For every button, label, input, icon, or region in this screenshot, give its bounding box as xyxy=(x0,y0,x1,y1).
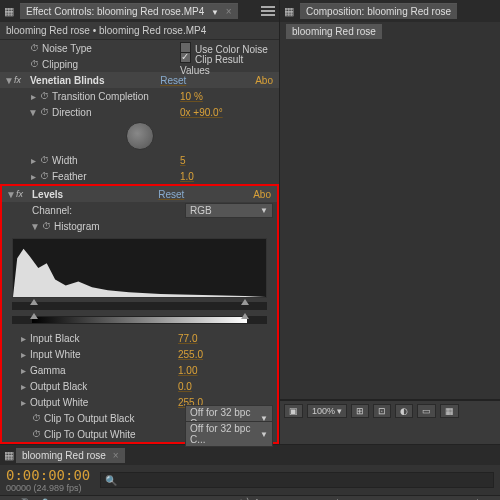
layer-search-input[interactable]: 🔍 xyxy=(100,472,494,488)
transparency-button[interactable]: ▦ xyxy=(440,404,459,418)
grid-button[interactable]: ⊡ xyxy=(373,404,391,418)
direction-dial[interactable] xyxy=(126,122,154,150)
input-white-row: ▸Input White255.0 xyxy=(2,346,277,362)
stopwatch-icon[interactable]: ⏱ xyxy=(40,221,52,231)
twirl-icon[interactable]: ▸ xyxy=(18,333,28,344)
direction-value[interactable]: 0x +90.0° xyxy=(180,107,275,118)
histogram-input-slider[interactable] xyxy=(12,302,267,310)
panel-menu-icon[interactable] xyxy=(261,6,275,16)
about-link[interactable]: Abo xyxy=(255,75,275,86)
stopwatch-icon[interactable]: ⏱ xyxy=(38,107,50,117)
timeline-columns-header: ● 🔊 ○ 🔒 # Source Name ⬩✱╲fx▣◐◑◒ Mode T T… xyxy=(0,495,500,500)
zoom-dropdown[interactable]: 100%▾ xyxy=(307,404,347,418)
panel-grip-icon[interactable]: ▦ xyxy=(284,5,296,17)
venetian-blinds-header[interactable]: ▼ fx Venetian Blinds Reset Abo xyxy=(0,72,279,88)
search-icon: 🔍 xyxy=(105,475,117,486)
timecode-display[interactable]: 0:00:00:00 xyxy=(6,467,90,483)
reset-link[interactable]: Reset xyxy=(160,75,255,86)
histogram-output-slider[interactable] xyxy=(12,316,267,324)
twirl-icon[interactable]: ▼ xyxy=(4,75,14,86)
timeline-tab-bar: ▦ blooming Red rose × xyxy=(0,445,500,465)
twirl-icon[interactable]: ▼ xyxy=(30,221,40,232)
clip-result-values-checkbox[interactable] xyxy=(180,52,191,63)
tab-title: Effect Controls: blooming Red rose.MP4 xyxy=(26,6,204,17)
twirl-icon[interactable]: ▸ xyxy=(28,171,38,182)
twirl-icon[interactable]: ▸ xyxy=(18,365,28,376)
tab-close-icon[interactable]: × xyxy=(226,6,232,17)
stopwatch-icon[interactable]: ⏱ xyxy=(30,429,42,439)
feather-value[interactable]: 1.0 xyxy=(180,171,275,182)
feather-row: ▸ ⏱ Feather 1.0 xyxy=(0,168,279,184)
slider-handle-black[interactable] xyxy=(30,299,38,305)
panel-grip-icon[interactable]: ▦ xyxy=(4,449,16,461)
width-row: ▸ ⏱ Width 5 xyxy=(0,152,279,168)
input-black-value[interactable]: 77.0 xyxy=(178,333,273,344)
twirl-icon[interactable]: ▸ xyxy=(18,397,28,408)
fx-badge-icon[interactable]: fx xyxy=(16,189,30,199)
slider-handle-black[interactable] xyxy=(30,313,38,319)
always-preview-button[interactable]: ▣ xyxy=(284,404,303,418)
stopwatch-icon[interactable]: ⏱ xyxy=(38,91,50,101)
tab-dropdown-icon[interactable]: ▼ xyxy=(211,8,219,17)
stopwatch-icon[interactable]: ⏱ xyxy=(38,171,50,181)
timeline-header: 0:00:00:00 00000 (24.989 fps) 🔍 xyxy=(0,465,500,495)
histogram-display[interactable] xyxy=(12,238,267,298)
width-value[interactable]: 5 xyxy=(180,155,275,166)
composition-viewer[interactable]: blooming Red rose xyxy=(280,22,500,400)
output-black-row: ▸Output Black0.0 xyxy=(2,378,277,394)
input-black-row: ▸Input Black77.0 xyxy=(2,330,277,346)
slider-handle-white[interactable] xyxy=(241,313,249,319)
tab-title: Composition: blooming Red rose xyxy=(306,6,451,17)
svg-marker-0 xyxy=(13,249,266,297)
timeline-panel: ▦ blooming Red rose × 0:00:00:00 00000 (… xyxy=(0,444,500,500)
tab-close-icon[interactable]: × xyxy=(113,450,119,461)
clipping-row: ⏱ Clipping Clip Result Values xyxy=(0,56,279,72)
composition-tab-bar: ▦ Composition: blooming Red rose xyxy=(280,0,500,22)
levels-effect-highlight: ▼ fx Levels Reset Abo Channel: RGB▼ ▼ ⏱ … xyxy=(0,184,279,444)
twirl-icon[interactable]: ▸ xyxy=(28,91,38,102)
twirl-icon[interactable]: ▼ xyxy=(6,189,16,200)
direction-row: ▼ ⏱ Direction 0x +90.0° xyxy=(0,104,279,120)
channel-row: Channel: RGB▼ xyxy=(2,202,277,218)
levels-header[interactable]: ▼ fx Levels Reset Abo xyxy=(2,186,277,202)
twirl-icon[interactable]: ▸ xyxy=(28,155,38,166)
stopwatch-icon[interactable]: ⏱ xyxy=(28,59,40,69)
input-white-value[interactable]: 255.0 xyxy=(178,349,273,360)
breadcrumb: blooming Red rose • blooming Red rose.MP… xyxy=(0,22,279,40)
region-button[interactable]: ▭ xyxy=(417,404,436,418)
effect-controls-tab[interactable]: Effect Controls: blooming Red rose.MP4 ▼… xyxy=(20,3,238,19)
channel-dropdown[interactable]: RGB▼ xyxy=(185,203,273,218)
stopwatch-icon[interactable]: ⏱ xyxy=(28,43,40,53)
histogram-row: ▼ ⏱ Histogram xyxy=(2,218,277,234)
composition-inner-tab[interactable]: blooming Red rose xyxy=(286,24,382,39)
twirl-icon[interactable]: ▸ xyxy=(18,381,28,392)
about-link[interactable]: Abo xyxy=(253,189,273,200)
chevron-down-icon: ▼ xyxy=(260,206,268,215)
twirl-icon[interactable]: ▼ xyxy=(28,107,38,118)
composition-bottom-bar: ▣ 100%▾ ⊞ ⊡ ◐ ▭ ▦ xyxy=(280,400,500,420)
chevron-down-icon: ▼ xyxy=(260,430,268,439)
transition-completion-value[interactable]: 10 % xyxy=(180,91,275,102)
reset-link[interactable]: Reset xyxy=(158,189,253,200)
clip-white-dropdown[interactable]: Off for 32 bpc C...▼ xyxy=(185,421,273,447)
panel-grip-icon[interactable]: ▦ xyxy=(4,5,16,17)
slider-handle-white[interactable] xyxy=(241,299,249,305)
effect-controls-tab-bar: ▦ Effect Controls: blooming Red rose.MP4… xyxy=(0,0,279,22)
transition-completion-row: ▸ ⏱ Transition Completion 10 % xyxy=(0,88,279,104)
gamma-row: ▸Gamma1.00 xyxy=(2,362,277,378)
clip-output-white-row: ⏱Clip To Output WhiteOff for 32 bpc C...… xyxy=(2,426,277,442)
timeline-tab[interactable]: blooming Red rose × xyxy=(16,448,125,463)
stopwatch-icon[interactable]: ⏱ xyxy=(38,155,50,165)
stopwatch-icon[interactable]: ⏱ xyxy=(30,413,42,423)
resolution-button[interactable]: ⊞ xyxy=(351,404,369,418)
gamma-value[interactable]: 1.00 xyxy=(178,365,273,376)
mask-button[interactable]: ◐ xyxy=(395,404,413,418)
composition-tab[interactable]: Composition: blooming Red rose xyxy=(300,3,457,19)
fx-badge-icon[interactable]: fx xyxy=(14,75,28,85)
frame-info: 00000 (24.989 fps) xyxy=(6,483,90,493)
twirl-icon[interactable]: ▸ xyxy=(18,349,28,360)
chevron-down-icon: ▾ xyxy=(337,406,342,416)
output-black-value[interactable]: 0.0 xyxy=(178,381,273,392)
